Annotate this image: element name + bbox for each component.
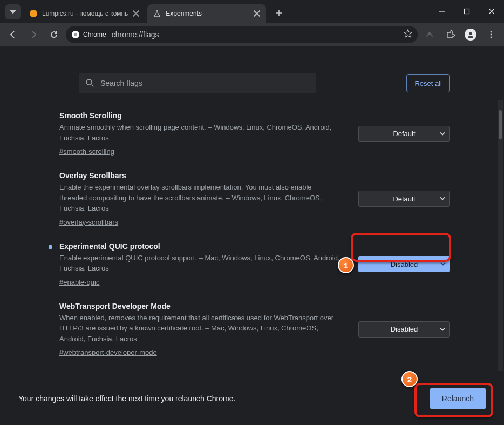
page-content: Search flags Reset all Smooth ScrollingA… [0,46,504,425]
bookmark-star-icon[interactable] [404,29,412,40]
search-placeholder: Search flags [100,79,142,87]
flag-row: Smooth ScrollingAnimate smoothly when sc… [49,106,450,166]
svg-point-4 [469,32,472,35]
back-button[interactable] [4,26,22,43]
flags-header: Search flags Reset all [79,71,450,95]
flag-select-value: Default [393,195,415,203]
flag-select[interactable]: Disabled [358,321,450,338]
close-window-button[interactable] [479,0,504,23]
minimize-button[interactable] [430,0,454,23]
reset-all-button[interactable]: Reset all [406,74,450,92]
search-input[interactable]: Search flags [79,73,316,93]
flag-description: Animate smoothly when scrolling page con… [59,122,341,143]
scrollbar-track[interactable] [498,100,503,371]
flag-title: WebTransport Developer Mode [59,302,341,311]
chevron-down-icon [440,195,445,203]
chevron-down-icon [440,325,445,333]
svg-point-3 [74,32,77,36]
flag-row: Overlay ScrollbarsEnable the experimenta… [49,166,450,237]
flags-list: Smooth ScrollingAnimate smoothly when sc… [49,106,450,366]
search-icon [85,78,95,88]
extensions-disabled-icon[interactable] [421,26,438,43]
svg-point-0 [30,10,37,17]
relaunch-bar: Your changes will take effect the next t… [8,381,496,416]
omnibox[interactable]: Chrome chrome://flags [66,26,418,43]
chrome-chip-label: Chrome [83,31,106,38]
svg-point-7 [491,36,492,38]
forward-button[interactable] [25,26,42,43]
scrollbar-thumb[interactable] [499,110,502,139]
svg-point-5 [491,31,492,32]
close-icon[interactable] [253,10,261,17]
flag-title: Experimental QUIC protocol [59,242,341,251]
flag-row: WebTransport Developer ModeWhen enabled,… [49,296,450,366]
flag-title: Overlay Scrollbars [59,171,341,180]
flag-select-value: Disabled [391,325,418,333]
flag-anchor-link[interactable]: #overlay-scrollbars [59,218,118,226]
flag-title: Smooth Scrolling [59,111,341,120]
titlebar: Lumpics.ru - помощь с компь Experiments [0,0,504,23]
tab-lumpics[interactable]: Lumpics.ru - помощь с компь [24,4,145,23]
flag-select[interactable]: Default [358,126,450,142]
chevron-down-icon [440,260,446,268]
flag-anchor-link[interactable]: #smooth-scrolling [59,147,114,156]
tab-experiments[interactable]: Experiments [147,4,266,23]
favicon-lumpics-icon [29,9,38,18]
svg-rect-1 [465,9,469,14]
flag-anchor-link[interactable]: #webtransport-developer-mode [59,348,157,356]
flag-select[interactable]: Default [358,191,450,207]
callout-number-2: 2 [401,371,418,387]
svg-point-6 [491,33,492,35]
favicon-flask-icon [153,9,161,18]
menu-button[interactable] [482,26,500,43]
flag-description: Enable the experimental overlay scrollba… [59,182,341,214]
chrome-chip: Chrome [71,30,106,39]
tab-search-button[interactable] [5,4,21,19]
svg-point-8 [86,79,92,85]
extensions-icon[interactable] [441,26,459,43]
new-tab-button[interactable] [271,5,287,21]
reload-button[interactable] [45,26,63,43]
flag-select[interactable]: Disabled [358,256,450,272]
browser-toolbar: Chrome chrome://flags [0,23,504,46]
relaunch-message: Your changes will take effect the next t… [18,394,235,403]
close-icon[interactable] [132,10,140,17]
flag-row: Experimental QUIC protocolEnable experim… [49,237,450,296]
chrome-logo-icon [71,30,80,39]
flag-anchor-link[interactable]: #enable-quic [59,278,99,286]
changed-dot-icon [49,245,52,249]
callout-number-1: 1 [338,257,354,273]
flag-description: Enable experimental QUIC protocol suppor… [59,253,341,274]
tab-title: Experiments [166,10,249,17]
relaunch-button[interactable]: Relaunch [430,388,486,409]
omnibox-url: chrome://flags [112,30,398,39]
flag-select-value: Disabled [391,260,418,268]
flag-select-value: Default [393,130,415,138]
chevron-down-icon [440,130,445,138]
tab-title: Lumpics.ru - помощь с компь [42,10,128,17]
window-controls [430,0,504,23]
maximize-button[interactable] [454,0,479,23]
flag-description: When enabled, removes the requirement th… [59,313,341,345]
profile-button[interactable] [462,26,479,43]
